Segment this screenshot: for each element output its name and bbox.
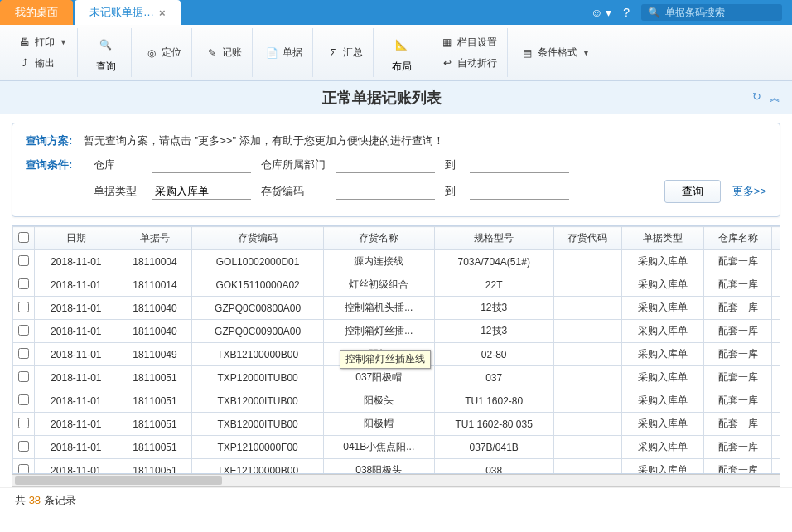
column-header[interactable]: 存货代码 — [553, 227, 622, 250]
tab-desktop[interactable]: 我的桌面 — [0, 0, 73, 25]
table-cell — [553, 413, 622, 436]
search-icon: 🔍 — [648, 7, 660, 18]
locate-button[interactable]: ◎定位 — [140, 43, 186, 62]
search-input[interactable] — [665, 7, 775, 18]
row-checkbox[interactable] — [18, 394, 29, 405]
column-header[interactable] — [13, 227, 35, 250]
row-checkbox[interactable] — [18, 278, 29, 289]
refresh-icon[interactable]: ↻ — [752, 90, 761, 105]
table-cell: 采购入库 — [772, 320, 780, 343]
column-header[interactable]: 单据号 — [118, 227, 192, 250]
table-cell: 采购入库 — [772, 389, 780, 413]
row-checkbox[interactable] — [18, 418, 29, 428]
export-button[interactable]: ⤴输出 — [13, 54, 72, 73]
table-cell: 采购入库单 — [622, 343, 704, 366]
collapse-icon[interactable]: ︽ — [770, 90, 780, 105]
table-cell: 配套一库 — [703, 297, 772, 320]
table-cell: 2018-11-01 — [35, 273, 118, 297]
row-checkbox[interactable] — [18, 302, 29, 312]
row-checkbox[interactable] — [18, 325, 29, 336]
table-cell: 配套一库 — [703, 343, 772, 366]
to-input-1[interactable] — [470, 157, 569, 173]
data-table-wrap[interactable]: 日期单据号存货编码存货名称规格型号存货代码单据类型仓库名称收发类别 2018-1… — [12, 225, 780, 474]
table-cell: 采购入库单 — [622, 413, 704, 436]
table-cell: 2018-11-01 — [35, 436, 118, 459]
row-checkbox[interactable] — [18, 441, 29, 452]
table-row[interactable]: 2018-11-0118110004GOL10002000D01源内连接线703… — [13, 250, 781, 273]
search-box[interactable]: 🔍 — [641, 4, 782, 21]
table-row[interactable]: 2018-11-0118110040GZPQ0C00900A00控制箱灯丝插..… — [13, 320, 781, 343]
row-checkbox[interactable] — [18, 371, 29, 382]
table-cell: 配套一库 — [703, 320, 772, 343]
table-row[interactable]: 2018-11-0118110040GZPQ0C00800A00控制箱机头插..… — [13, 297, 781, 320]
select-all-checkbox[interactable] — [18, 232, 29, 243]
format-button[interactable]: ▤条件格式▼ — [516, 43, 595, 62]
printer-icon: 🖶 — [18, 36, 31, 49]
table-row[interactable]: 2018-11-0118110014GOK15110000A02灯丝初级组合22… — [13, 273, 781, 297]
column-header[interactable]: 单据类型 — [622, 227, 704, 250]
table-cell: 041B小焦点阳... — [323, 436, 434, 459]
table-cell: TU1 1602-80 035 — [434, 413, 553, 436]
invcode-input[interactable] — [336, 183, 435, 200]
table-cell: TXE12100000B00 — [192, 459, 323, 475]
doctype-input[interactable] — [152, 183, 251, 200]
column-header[interactable]: 日期 — [35, 227, 118, 250]
chevron-down-icon: ▼ — [582, 49, 590, 57]
row-checkbox[interactable] — [18, 464, 29, 475]
close-icon[interactable]: × — [159, 7, 166, 19]
print-button[interactable]: 🖶打印▼ — [13, 33, 72, 52]
query-button[interactable]: 🔍 查询 — [86, 30, 126, 75]
table-cell — [553, 343, 622, 366]
table-cell: 12技3 — [434, 297, 553, 320]
to-label-2: 到 — [445, 184, 470, 199]
table-cell — [13, 273, 35, 297]
scrollbar-thumb[interactable] — [15, 476, 222, 485]
help-icon[interactable]: ? — [623, 6, 630, 19]
row-checkbox[interactable] — [18, 348, 29, 359]
table-row[interactable]: 2018-11-0118110051TXB12000ITUB00阳极头TU1 1… — [13, 389, 781, 413]
column-header[interactable]: 仓库名称 — [703, 227, 772, 250]
table-cell: TU1 1602-80 — [434, 389, 553, 413]
table-cell — [553, 250, 622, 273]
column-header[interactable]: 存货编码 — [192, 227, 323, 250]
filter-plan-text: 暂无查询方案，请点击 "更多>>" 添加，有助于您更加方便快捷的进行查询！ — [84, 133, 444, 148]
column-header[interactable]: 规格型号 — [434, 227, 553, 250]
column-header[interactable]: 收发类别 — [772, 227, 780, 250]
horizontal-scrollbar[interactable] — [12, 474, 780, 487]
dept-input[interactable] — [336, 157, 435, 173]
warehouse-input[interactable] — [152, 157, 251, 173]
summary-button[interactable]: Σ汇总 — [321, 43, 368, 62]
wrap-button[interactable]: ↩自动折行 — [436, 54, 502, 73]
table-cell: TXP12100000F00 — [192, 436, 323, 459]
paint-icon: ▤ — [521, 46, 534, 60]
filter-cond-label: 查询条件: — [26, 157, 84, 172]
user-icon[interactable]: ☺ ▾ — [591, 6, 611, 19]
doc-button[interactable]: 📄单据 — [261, 43, 307, 62]
post-button[interactable]: ✎记账 — [200, 43, 247, 62]
table-cell: GOK15110000A02 — [192, 273, 323, 297]
table-row[interactable]: 2018-11-0118110051TXP12000ITUB00037阳极帽03… — [13, 366, 781, 389]
query-submit-button[interactable]: 查询 — [664, 180, 721, 203]
table-row[interactable]: 2018-11-0118110051TXP12100000F00041B小焦点阳… — [13, 436, 781, 459]
columns-icon: ▦ — [441, 36, 454, 49]
table-cell — [13, 459, 35, 475]
tab-current[interactable]: 未记账单据… × — [75, 0, 181, 25]
column-header[interactable]: 存货名称 — [323, 227, 434, 250]
table-cell — [553, 297, 622, 320]
table-cell: 703A/704A(51#) — [434, 250, 553, 273]
more-link[interactable]: 更多>> — [732, 184, 766, 199]
layout-button[interactable]: 📐 布局 — [382, 30, 422, 75]
table-cell — [13, 413, 35, 436]
table-cell: 2018-11-01 — [35, 413, 118, 436]
table-row[interactable]: 2018-11-0118110051TXE12100000B00038阳极头03… — [13, 459, 781, 475]
columns-button[interactable]: ▦栏目设置 — [436, 33, 502, 52]
cell-tooltip: 控制箱灯丝插座线 — [340, 350, 431, 369]
table-cell: 18110040 — [118, 320, 192, 343]
table-cell — [13, 250, 35, 273]
chevron-down-icon: ▼ — [60, 38, 67, 46]
table-cell: 配套一库 — [703, 250, 772, 273]
table-row[interactable]: 2018-11-0118110051TXB12000ITUB00阳极帽TU1 1… — [13, 413, 781, 436]
to-input-2[interactable] — [470, 183, 569, 200]
table-cell: 2018-11-01 — [35, 343, 118, 366]
row-checkbox[interactable] — [18, 255, 29, 266]
